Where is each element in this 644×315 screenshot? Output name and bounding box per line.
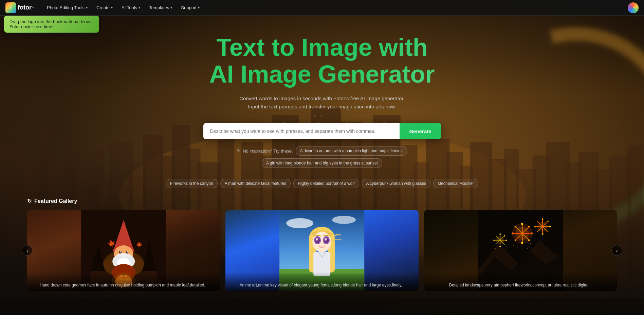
svg-point-153 xyxy=(527,248,528,249)
carousel-prev-button[interactable]: ‹ xyxy=(22,245,33,256)
inspiration-row2: Fireworks in the canyon A man with delic… xyxy=(0,179,644,188)
svg-point-156 xyxy=(494,248,495,249)
inspiration-row: ↻ No inspiration? Try these: A dwarf in … xyxy=(186,146,458,168)
search-input[interactable] xyxy=(203,123,400,139)
inspiration-tag-2[interactable]: Fireworks in the canyon xyxy=(166,179,218,188)
svg-point-152 xyxy=(516,247,517,248)
svg-point-134 xyxy=(499,246,501,247)
svg-point-131 xyxy=(499,233,501,235)
svg-point-117 xyxy=(531,232,533,234)
inspiration-label: ↻ No inspiration? Try these: xyxy=(237,148,293,154)
gallery-card-label-1: Anime art,anime key visual of elegant yo… xyxy=(225,272,418,292)
nav-item-create[interactable]: Create ▾ xyxy=(92,3,117,12)
svg-point-135 xyxy=(493,240,495,241)
svg-point-144 xyxy=(541,218,543,220)
nav-item-templates[interactable]: Templates ▾ xyxy=(145,3,176,12)
svg-point-155 xyxy=(513,245,514,246)
svg-point-97 xyxy=(325,238,327,241)
svg-point-119 xyxy=(521,242,523,244)
svg-point-84 xyxy=(332,216,356,224)
gallery-card-0[interactable]: 🍁 🍁 Hand drawn cute gnomes face in autum… xyxy=(27,210,220,291)
svg-point-120 xyxy=(514,240,516,241)
hero-subtitle: Convert words to images in seconds with … xyxy=(237,94,407,111)
nav-item-ai-tools[interactable]: AI Tools ▾ xyxy=(117,3,144,12)
inspiration-tag-1[interactable]: A girl with long blonde hair and big eye… xyxy=(262,158,382,168)
svg-rect-42 xyxy=(1,298,644,315)
carousel-next-button[interactable]: › xyxy=(611,245,622,256)
gallery-card-2[interactable]: Detailed landscape,very atmospheri firew… xyxy=(424,210,617,291)
svg-point-68 xyxy=(127,251,128,252)
logo-sup: ™ xyxy=(32,6,35,10)
svg-point-122 xyxy=(514,226,516,228)
svg-point-147 xyxy=(541,233,543,235)
inspiration-tag-5[interactable]: A cyberpunk woman with glasses xyxy=(362,179,431,188)
svg-point-157 xyxy=(505,249,505,250)
hero-title: Text to Image with AI Image Generator xyxy=(0,34,644,88)
nav-items: Photo Editing Tools ▾ Create ▾ AI Tools … xyxy=(43,3,204,12)
navbar: f fotor™ Photo Editing Tools ▾ Create ▾ … xyxy=(0,0,644,16)
inspiration-tag-0[interactable]: A dwarf in autumn with a pumpkin light a… xyxy=(296,146,407,156)
featured-title: ↻ Featured Gallery xyxy=(27,198,617,204)
logo[interactable]: f fotor™ xyxy=(5,2,35,13)
gallery-icon: ↻ xyxy=(27,198,32,204)
chevron-down-icon: ▾ xyxy=(198,6,200,10)
tooltip-bubble: Drag the logo into the bookmark bar to v… xyxy=(4,16,99,33)
hero-content: Text to Image with AI Image Generator Co… xyxy=(0,34,644,291)
featured-section: ↻ Featured Gallery ‹ xyxy=(0,198,644,291)
nav-item-support[interactable]: Support ▾ xyxy=(177,3,204,12)
nav-item-photo-editing[interactable]: Photo Editing Tools ▾ xyxy=(43,3,92,12)
user-avatar[interactable] xyxy=(628,2,639,13)
svg-point-116 xyxy=(528,226,530,228)
svg-point-95 xyxy=(324,237,329,243)
svg-point-67 xyxy=(120,251,121,252)
generate-button[interactable]: Generate xyxy=(400,123,441,139)
svg-point-148 xyxy=(534,226,536,228)
gallery-card-label-2: Detailed landscape,very atmospheri firew… xyxy=(424,272,617,292)
svg-point-94 xyxy=(315,237,320,243)
chevron-down-icon: ▾ xyxy=(170,6,172,10)
chevron-down-icon: ▾ xyxy=(86,6,88,10)
logo-icon: f xyxy=(5,2,16,13)
chevron-down-icon: ▾ xyxy=(139,6,140,10)
refresh-icon: ↻ xyxy=(237,148,241,154)
gallery-card-label-0: Hand drawn cute gnomes face in autumn di… xyxy=(27,272,220,292)
gallery-carousel: ‹ xyxy=(27,210,617,291)
svg-point-115 xyxy=(521,223,523,225)
svg-point-145 xyxy=(547,221,549,222)
svg-point-154 xyxy=(530,243,531,244)
logo-text: fotor xyxy=(18,4,32,11)
search-bar: Generate xyxy=(203,123,441,139)
svg-point-146 xyxy=(549,226,551,228)
svg-point-121 xyxy=(512,232,514,234)
svg-point-96 xyxy=(316,238,318,241)
svg-point-150 xyxy=(496,236,504,244)
chevron-down-icon: ▾ xyxy=(111,6,113,10)
hero-section: Text to Image with AI Image Generator Co… xyxy=(0,0,644,315)
svg-point-151 xyxy=(537,222,548,232)
svg-point-133 xyxy=(505,240,507,241)
inspiration-tag-3[interactable]: A man with delicate facial features xyxy=(220,179,291,188)
svg-point-83 xyxy=(286,218,313,228)
svg-point-149 xyxy=(515,227,529,240)
svg-point-132 xyxy=(504,235,505,237)
inspiration-tag-4[interactable]: Highly detailed portrait of a wolf xyxy=(293,179,359,188)
inspiration-tag-6[interactable]: Mechanical Modifier xyxy=(433,179,478,188)
svg-point-118 xyxy=(528,240,530,241)
gallery-card-1[interactable]: Anime art,anime key visual of elegant yo… xyxy=(225,210,418,291)
